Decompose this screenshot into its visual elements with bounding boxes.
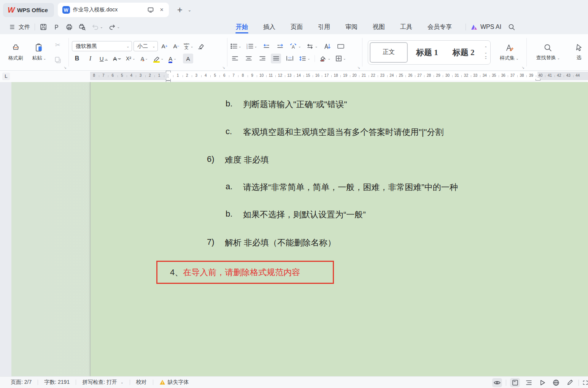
wrap-settings-button[interactable]: ⌄ <box>305 41 319 51</box>
align-center-button[interactable] <box>243 54 254 63</box>
eye-protection-button[interactable] <box>492 378 502 387</box>
word-count[interactable]: 字数: 2191 <box>44 379 70 386</box>
tab-stop-selector[interactable]: L <box>2 73 10 80</box>
styles-dialog-launcher[interactable]: ↘ <box>522 66 525 70</box>
doc-paragraph[interactable]: b. 如果不选择，则默认设置为“一般” <box>91 209 588 220</box>
document-viewport[interactable]: b. 判断题请输入"正确"或"错误" c. 客观填空题和主观填空题当有多个答案时… <box>0 82 588 376</box>
missing-font-warning[interactable]: 缺失字体 <box>159 379 189 386</box>
pinyin-guide-button[interactable]: wén文⌄ <box>183 41 194 51</box>
tab-reference[interactable]: 引用 <box>318 20 330 34</box>
print-button[interactable] <box>65 23 73 31</box>
undo-button[interactable]: ⌄ <box>91 24 103 30</box>
print-preview-button[interactable] <box>78 23 86 31</box>
tab-page[interactable]: 页面 <box>291 20 303 34</box>
tab-review[interactable]: 审阅 <box>345 20 358 34</box>
justify-button[interactable] <box>271 54 281 63</box>
style-heading-2[interactable]: 标题 2 <box>447 42 481 63</box>
search-icon[interactable] <box>508 24 515 31</box>
underline-button[interactable]: U⌄ <box>99 54 109 63</box>
page-view-button[interactable] <box>510 378 520 387</box>
format-painter-button[interactable]: 格式刷 <box>4 43 27 62</box>
increase-indent-button[interactable] <box>275 41 285 51</box>
tab-list-chevron-icon[interactable]: ⌄ <box>188 8 191 13</box>
reading-mode-button[interactable] <box>537 378 547 387</box>
save-button[interactable] <box>40 23 47 31</box>
doc-paragraph[interactable]: b. 判断题请输入"正确"或"错误" <box>91 99 588 110</box>
tab-membership[interactable]: 会员专享 <box>427 20 452 34</box>
style-heading-1[interactable]: 标题 1 <box>410 42 444 63</box>
decrease-indent-button[interactable] <box>261 41 272 51</box>
ruler-tick <box>480 75 480 77</box>
sort-button[interactable] <box>322 41 332 51</box>
align-left-button[interactable] <box>230 54 240 63</box>
divider <box>68 38 69 67</box>
increase-font-button[interactable]: A+ <box>159 41 170 51</box>
text-effects-button[interactable]: A▴⌄ <box>139 54 149 63</box>
close-tab-icon[interactable]: × <box>158 6 165 14</box>
new-tab-button[interactable]: + <box>177 5 183 15</box>
ruler-tick <box>340 75 341 77</box>
fullscreen-button-partial[interactable] <box>583 378 588 387</box>
doc-paragraph[interactable]: 7) 解析 非必填（不能删除名称） <box>91 237 588 249</box>
spellcheck-toggle[interactable]: 拼写检查: 打开⌄ <box>82 379 123 386</box>
select-button-partial[interactable]: 选 <box>573 43 585 61</box>
text-direction-button[interactable]: A⌄ <box>289 41 302 51</box>
copy-button[interactable] <box>52 55 63 65</box>
tab-tools[interactable]: 工具 <box>400 20 412 34</box>
red-highlight-note[interactable]: 4、 在导入前，请删除格式规范内容 <box>156 261 334 284</box>
bullet-list-button[interactable]: ⌄ <box>230 41 242 51</box>
styles-scroll-up-icon[interactable]: ⌃ <box>485 46 488 50</box>
paragraph-layout-button[interactable] <box>335 41 346 51</box>
decrease-font-button[interactable]: A− <box>171 41 181 51</box>
font-size-select[interactable]: 小二⌄ <box>133 41 158 51</box>
redo-button[interactable]: ⌄ <box>108 24 120 30</box>
tab-insert[interactable]: 插入 <box>263 20 275 34</box>
shading-button[interactable]: ⌄ <box>318 54 332 63</box>
doc-paragraph[interactable]: 6) 难度 非必填 <box>91 154 588 166</box>
document-tab[interactable]: W 作业导入模板.docx × <box>58 3 169 17</box>
redo-chevron-icon[interactable]: ⌄ <box>117 25 120 29</box>
style-set-button[interactable]: 样式集⌄ <box>493 43 526 62</box>
font-dialog-launcher[interactable]: ↘ <box>222 66 225 70</box>
ruler-number: 4 <box>203 73 209 78</box>
file-menu-button[interactable]: 文件 <box>10 24 30 31</box>
distribute-button[interactable]: <> <box>284 54 295 63</box>
cut-button[interactable]: ✂ <box>52 40 63 50</box>
strikethrough-button[interactable]: A⌄ <box>112 54 122 63</box>
doc-paragraph[interactable]: c. 客观填空题和主观填空题当有多个答案时请使用"|"分割 <box>91 127 588 138</box>
paragraph-dialog-launcher[interactable]: ↘ <box>357 66 360 70</box>
style-normal[interactable]: 正文 <box>370 42 408 63</box>
line-spacing-button[interactable]: ⌄ <box>298 54 311 63</box>
export-pdf-button[interactable] <box>52 23 60 31</box>
character-shading-button[interactable]: A <box>183 54 193 63</box>
font-color-button[interactable]: A⌄ <box>167 54 178 63</box>
web-view-button[interactable] <box>551 378 561 387</box>
tab-home[interactable]: 开始 <box>236 20 248 34</box>
undo-chevron-icon[interactable]: ⌄ <box>100 25 103 29</box>
align-right-button[interactable] <box>257 54 267 63</box>
screen-share-icon[interactable] <box>146 6 155 13</box>
doc-paragraph[interactable]: a. 请选择“非常简单，简单，一般，困难，非常困难”中的一种 <box>91 182 588 193</box>
italic-button[interactable]: I <box>85 54 95 63</box>
bold-button[interactable]: B <box>72 54 82 63</box>
clipboard-dialog-launcher[interactable]: ↘ <box>64 66 67 70</box>
wps-ai-button[interactable]: WPS AI <box>470 24 501 30</box>
wps-home-button[interactable]: W WPS Office <box>3 3 54 17</box>
font-name-select[interactable]: 微软雅黑⌄ <box>72 41 132 51</box>
styles-expand-icon[interactable]: ⌄⌄ <box>485 55 488 59</box>
find-replace-button[interactable]: 查找替换⌄ <box>533 43 563 61</box>
highlight-color-button[interactable]: ⌄ <box>153 54 165 63</box>
numbered-list-button[interactable]: 123⌄ <box>246 41 258 51</box>
ink-annotate-button[interactable] <box>565 378 575 387</box>
borders-button[interactable]: ⌄ <box>335 54 347 63</box>
clear-format-button[interactable] <box>195 41 206 51</box>
document-page[interactable]: b. 判断题请输入"正确"或"错误" c. 客观填空题和主观填空题当有多个答案时… <box>90 82 588 376</box>
ruler-tick <box>378 75 378 77</box>
outline-view-button[interactable] <box>524 378 534 387</box>
superscript-button[interactable]: X²⌄ <box>125 54 136 63</box>
page-indicator[interactable]: 页面: 2/7 <box>11 379 32 386</box>
ruler-track[interactable]: 8765432112345678910111213141516171819202… <box>90 72 588 80</box>
tab-view[interactable]: 视图 <box>373 20 385 34</box>
paste-button[interactable]: 粘贴⌄ <box>27 43 51 62</box>
proofread-button[interactable]: 校对 <box>136 379 147 386</box>
